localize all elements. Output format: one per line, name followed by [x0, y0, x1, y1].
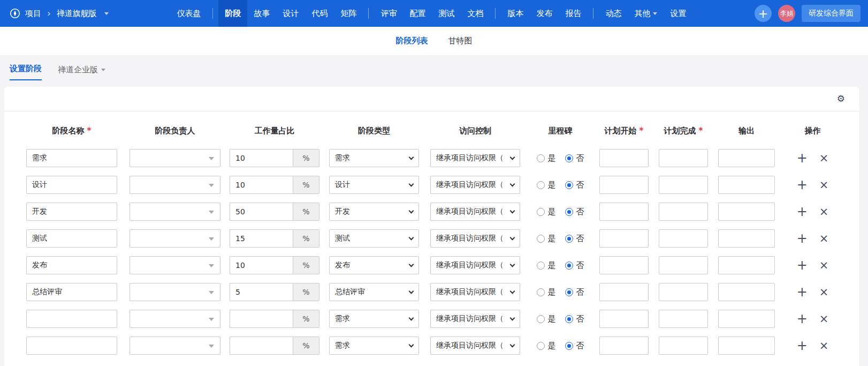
milestone-no-option[interactable]: 否	[565, 234, 584, 244]
radio-selected-icon[interactable]	[565, 342, 573, 350]
nav-item[interactable]: 文档	[461, 0, 490, 27]
stage-name-input[interactable]	[26, 310, 117, 328]
radio-unselected-icon[interactable]	[537, 315, 545, 323]
gear-icon[interactable]: ⚙	[837, 94, 845, 103]
plan-end-input[interactable]	[659, 229, 708, 248]
radio-unselected-icon[interactable]	[537, 208, 545, 216]
milestone-no-option[interactable]: 否	[565, 314, 584, 324]
remove-row-icon[interactable]: ×	[819, 340, 829, 352]
add-row-icon[interactable]: +	[797, 205, 808, 218]
add-row-icon[interactable]: +	[797, 232, 808, 245]
nav-item[interactable]: 设置	[664, 0, 692, 27]
output-input[interactable]	[718, 203, 775, 221]
nav-item[interactable]: 故事	[247, 0, 276, 27]
user-avatar[interactable]: 李娟	[778, 5, 795, 22]
plan-begin-input[interactable]	[599, 229, 649, 248]
radio-selected-icon[interactable]	[565, 235, 573, 243]
remove-row-icon[interactable]: ×	[819, 260, 829, 271]
milestone-yes-option[interactable]: 是	[537, 153, 556, 163]
workload-input[interactable]	[230, 229, 293, 248]
add-row-icon[interactable]: +	[797, 339, 808, 352]
remove-row-icon[interactable]: ×	[819, 313, 829, 325]
radio-selected-icon[interactable]	[565, 288, 573, 296]
add-row-icon[interactable]: +	[797, 259, 808, 272]
milestone-yes-option[interactable]: 是	[537, 180, 556, 190]
output-input[interactable]	[718, 337, 775, 355]
stage-type-select[interactable]: 总结评审	[329, 283, 419, 301]
milestone-yes-option[interactable]: 是	[537, 341, 556, 351]
subnav-tab[interactable]: 甘特图	[448, 36, 473, 46]
stage-type-select[interactable]: 发布	[329, 256, 419, 274]
create-button[interactable]: +	[755, 5, 772, 22]
workload-input[interactable]	[230, 203, 293, 221]
radio-selected-icon[interactable]	[565, 315, 573, 323]
nav-item[interactable]: 测试	[432, 0, 461, 27]
tab-set-stage[interactable]: 设置阶段	[10, 64, 42, 80]
output-input[interactable]	[718, 229, 775, 248]
plan-begin-input[interactable]	[599, 283, 649, 301]
access-control-select[interactable]: 继承项目访问权限（	[430, 256, 520, 274]
nav-item[interactable]: 代码	[305, 0, 334, 27]
add-row-icon[interactable]: +	[797, 152, 808, 165]
plan-end-input[interactable]	[659, 256, 708, 274]
nav-item[interactable]: 矩阵	[334, 0, 363, 27]
output-input[interactable]	[718, 256, 775, 274]
plan-end-input[interactable]	[659, 149, 708, 167]
nav-item[interactable]: 设计	[276, 0, 305, 27]
plan-begin-input[interactable]	[599, 310, 649, 328]
nav-item[interactable]: 仪表盘	[170, 0, 207, 27]
plan-end-input[interactable]	[659, 337, 708, 355]
plan-end-input[interactable]	[659, 283, 708, 301]
access-control-select[interactable]: 继承项目访问权限（	[430, 149, 520, 167]
stage-type-select[interactable]: 需求	[329, 337, 419, 355]
milestone-yes-option[interactable]: 是	[537, 287, 556, 297]
breadcrumb-project[interactable]: 禅道旗舰版	[57, 9, 97, 19]
milestone-yes-option[interactable]: 是	[537, 234, 556, 244]
stage-type-select[interactable]: 开发	[329, 203, 419, 221]
stage-owner-picker[interactable]	[130, 310, 220, 328]
radio-unselected-icon[interactable]	[537, 288, 545, 296]
project-caret-down-icon[interactable]	[104, 12, 109, 15]
workload-input[interactable]	[230, 256, 293, 274]
stage-type-select[interactable]: 需求	[329, 310, 419, 328]
milestone-no-option[interactable]: 否	[565, 180, 584, 190]
version-dropdown[interactable]: 禅道企业版	[58, 65, 105, 80]
stage-name-input[interactable]	[26, 176, 117, 194]
access-control-select[interactable]: 继承项目访问权限（	[430, 337, 520, 355]
workbench-button[interactable]: 研发综合界面	[802, 5, 861, 22]
nav-item[interactable]: 版本	[501, 0, 530, 27]
plan-end-input[interactable]	[659, 203, 708, 221]
access-control-select[interactable]: 继承项目访问权限（	[430, 283, 520, 301]
plan-begin-input[interactable]	[599, 176, 649, 194]
nav-item[interactable]: 其他	[628, 0, 664, 27]
plan-begin-input[interactable]	[599, 256, 649, 274]
stage-type-select[interactable]: 需求	[329, 149, 419, 167]
plan-end-input[interactable]	[659, 176, 708, 194]
plan-end-input[interactable]	[659, 310, 708, 328]
radio-unselected-icon[interactable]	[537, 181, 545, 189]
add-row-icon[interactable]: +	[797, 178, 808, 191]
plan-begin-input[interactable]	[599, 337, 649, 355]
output-input[interactable]	[718, 283, 775, 301]
output-input[interactable]	[718, 149, 775, 167]
access-control-select[interactable]: 继承项目访问权限（	[430, 310, 520, 328]
stage-owner-picker[interactable]	[130, 203, 220, 221]
workload-input[interactable]	[230, 176, 293, 194]
radio-selected-icon[interactable]	[565, 208, 573, 216]
stage-owner-picker[interactable]	[130, 337, 220, 355]
plan-begin-input[interactable]	[599, 149, 649, 167]
workload-input[interactable]	[230, 310, 293, 328]
nav-item[interactable]: 报告	[559, 0, 588, 27]
radio-unselected-icon[interactable]	[537, 342, 545, 350]
milestone-no-option[interactable]: 否	[565, 287, 584, 297]
stage-name-input[interactable]	[26, 337, 117, 355]
stage-owner-picker[interactable]	[130, 229, 220, 248]
remove-row-icon[interactable]: ×	[819, 206, 829, 218]
stage-owner-picker[interactable]	[130, 149, 220, 167]
remove-row-icon[interactable]: ×	[819, 153, 829, 164]
breadcrumb-root[interactable]: 项目	[25, 9, 41, 19]
add-row-icon[interactable]: +	[797, 312, 808, 325]
stage-name-input[interactable]	[26, 283, 117, 301]
stage-owner-picker[interactable]	[130, 176, 220, 194]
milestone-yes-option[interactable]: 是	[537, 314, 556, 324]
